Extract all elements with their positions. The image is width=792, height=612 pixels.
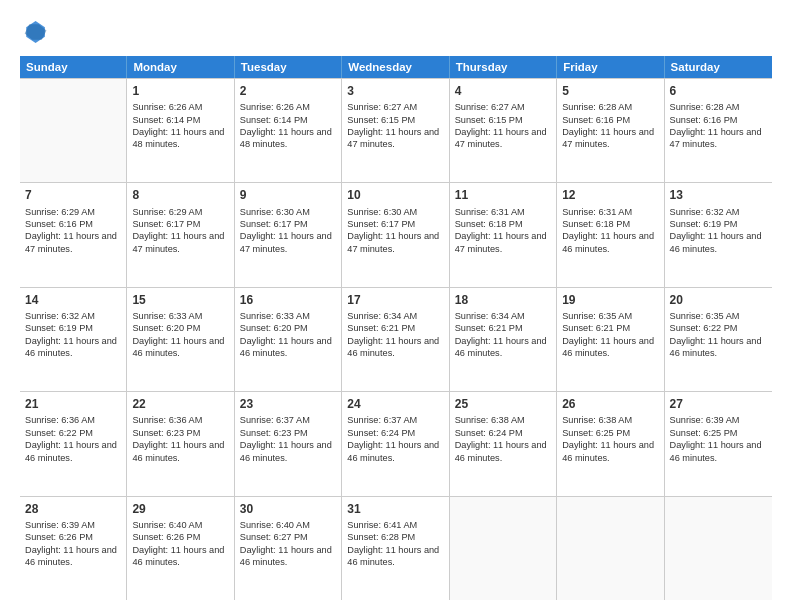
header <box>20 18 772 46</box>
daylight-text: Daylight: 11 hours and 46 minutes. <box>670 231 762 253</box>
calendar-cell <box>557 497 664 600</box>
calendar-cell: 6 Sunrise: 6:28 AM Sunset: 6:16 PM Dayli… <box>665 79 772 182</box>
daylight-text: Daylight: 11 hours and 46 minutes. <box>670 336 762 358</box>
sunset-text: Sunset: 6:23 PM <box>240 428 308 438</box>
calendar-week-row: 21 Sunrise: 6:36 AM Sunset: 6:22 PM Dayl… <box>20 392 772 496</box>
calendar-day-header: Sunday <box>20 56 127 78</box>
sunset-text: Sunset: 6:14 PM <box>240 115 308 125</box>
daylight-text: Daylight: 11 hours and 47 minutes. <box>347 231 439 253</box>
daylight-text: Daylight: 11 hours and 46 minutes. <box>562 231 654 253</box>
daylight-text: Daylight: 11 hours and 48 minutes. <box>132 127 224 149</box>
day-number: 8 <box>132 187 228 203</box>
sunrise-text: Sunrise: 6:31 AM <box>455 207 525 217</box>
page: SundayMondayTuesdayWednesdayThursdayFrid… <box>0 0 792 612</box>
calendar-cell: 30 Sunrise: 6:40 AM Sunset: 6:27 PM Dayl… <box>235 497 342 600</box>
daylight-text: Daylight: 11 hours and 46 minutes. <box>455 440 547 462</box>
daylight-text: Daylight: 11 hours and 46 minutes. <box>562 336 654 358</box>
daylight-text: Daylight: 11 hours and 46 minutes. <box>25 336 117 358</box>
sunrise-text: Sunrise: 6:36 AM <box>132 415 202 425</box>
day-number: 10 <box>347 187 443 203</box>
daylight-text: Daylight: 11 hours and 46 minutes. <box>347 545 439 567</box>
calendar-cell: 22 Sunrise: 6:36 AM Sunset: 6:23 PM Dayl… <box>127 392 234 495</box>
day-number: 22 <box>132 396 228 412</box>
calendar-cell: 28 Sunrise: 6:39 AM Sunset: 6:26 PM Dayl… <box>20 497 127 600</box>
calendar-cell: 19 Sunrise: 6:35 AM Sunset: 6:21 PM Dayl… <box>557 288 664 391</box>
sunset-text: Sunset: 6:28 PM <box>347 532 415 542</box>
day-number: 28 <box>25 501 121 517</box>
sunrise-text: Sunrise: 6:40 AM <box>132 520 202 530</box>
day-number: 13 <box>670 187 767 203</box>
day-number: 5 <box>562 83 658 99</box>
calendar-cell: 14 Sunrise: 6:32 AM Sunset: 6:19 PM Dayl… <box>20 288 127 391</box>
calendar-cell <box>20 79 127 182</box>
daylight-text: Daylight: 11 hours and 46 minutes. <box>132 440 224 462</box>
calendar-day-header: Monday <box>127 56 234 78</box>
sunrise-text: Sunrise: 6:38 AM <box>455 415 525 425</box>
sunset-text: Sunset: 6:18 PM <box>562 219 630 229</box>
sunrise-text: Sunrise: 6:31 AM <box>562 207 632 217</box>
calendar-cell: 17 Sunrise: 6:34 AM Sunset: 6:21 PM Dayl… <box>342 288 449 391</box>
daylight-text: Daylight: 11 hours and 47 minutes. <box>455 231 547 253</box>
calendar-cell: 16 Sunrise: 6:33 AM Sunset: 6:20 PM Dayl… <box>235 288 342 391</box>
sunset-text: Sunset: 6:26 PM <box>25 532 93 542</box>
calendar-cell: 20 Sunrise: 6:35 AM Sunset: 6:22 PM Dayl… <box>665 288 772 391</box>
calendar-cell: 1 Sunrise: 6:26 AM Sunset: 6:14 PM Dayli… <box>127 79 234 182</box>
calendar-cell: 25 Sunrise: 6:38 AM Sunset: 6:24 PM Dayl… <box>450 392 557 495</box>
sunset-text: Sunset: 6:17 PM <box>132 219 200 229</box>
sunset-text: Sunset: 6:19 PM <box>670 219 738 229</box>
daylight-text: Daylight: 11 hours and 47 minutes. <box>455 127 547 149</box>
sunrise-text: Sunrise: 6:30 AM <box>347 207 417 217</box>
daylight-text: Daylight: 11 hours and 47 minutes. <box>670 127 762 149</box>
calendar-header: SundayMondayTuesdayWednesdayThursdayFrid… <box>20 56 772 78</box>
calendar-day-header: Friday <box>557 56 664 78</box>
calendar-week-row: 1 Sunrise: 6:26 AM Sunset: 6:14 PM Dayli… <box>20 78 772 183</box>
sunset-text: Sunset: 6:26 PM <box>132 532 200 542</box>
calendar-day-header: Saturday <box>665 56 772 78</box>
calendar-cell: 31 Sunrise: 6:41 AM Sunset: 6:28 PM Dayl… <box>342 497 449 600</box>
sunrise-text: Sunrise: 6:36 AM <box>25 415 95 425</box>
sunrise-text: Sunrise: 6:28 AM <box>562 102 632 112</box>
day-number: 15 <box>132 292 228 308</box>
logo-icon <box>20 18 48 46</box>
calendar-cell: 10 Sunrise: 6:30 AM Sunset: 6:17 PM Dayl… <box>342 183 449 286</box>
sunrise-text: Sunrise: 6:35 AM <box>562 311 632 321</box>
calendar-week-row: 14 Sunrise: 6:32 AM Sunset: 6:19 PM Dayl… <box>20 288 772 392</box>
sunset-text: Sunset: 6:25 PM <box>562 428 630 438</box>
calendar-cell: 2 Sunrise: 6:26 AM Sunset: 6:14 PM Dayli… <box>235 79 342 182</box>
calendar-cell: 5 Sunrise: 6:28 AM Sunset: 6:16 PM Dayli… <box>557 79 664 182</box>
daylight-text: Daylight: 11 hours and 46 minutes. <box>347 336 439 358</box>
calendar-week-row: 7 Sunrise: 6:29 AM Sunset: 6:16 PM Dayli… <box>20 183 772 287</box>
sunrise-text: Sunrise: 6:26 AM <box>240 102 310 112</box>
calendar-cell: 29 Sunrise: 6:40 AM Sunset: 6:26 PM Dayl… <box>127 497 234 600</box>
daylight-text: Daylight: 11 hours and 46 minutes. <box>347 440 439 462</box>
sunset-text: Sunset: 6:22 PM <box>25 428 93 438</box>
sunset-text: Sunset: 6:15 PM <box>455 115 523 125</box>
day-number: 30 <box>240 501 336 517</box>
day-number: 1 <box>132 83 228 99</box>
sunset-text: Sunset: 6:19 PM <box>25 323 93 333</box>
day-number: 29 <box>132 501 228 517</box>
sunset-text: Sunset: 6:14 PM <box>132 115 200 125</box>
day-number: 17 <box>347 292 443 308</box>
sunrise-text: Sunrise: 6:37 AM <box>347 415 417 425</box>
day-number: 4 <box>455 83 551 99</box>
calendar-day-header: Tuesday <box>235 56 342 78</box>
calendar-cell: 3 Sunrise: 6:27 AM Sunset: 6:15 PM Dayli… <box>342 79 449 182</box>
sunrise-text: Sunrise: 6:29 AM <box>132 207 202 217</box>
sunset-text: Sunset: 6:18 PM <box>455 219 523 229</box>
calendar-body: 1 Sunrise: 6:26 AM Sunset: 6:14 PM Dayli… <box>20 78 772 600</box>
sunset-text: Sunset: 6:21 PM <box>562 323 630 333</box>
sunrise-text: Sunrise: 6:32 AM <box>670 207 740 217</box>
sunrise-text: Sunrise: 6:26 AM <box>132 102 202 112</box>
daylight-text: Daylight: 11 hours and 46 minutes. <box>670 440 762 462</box>
sunset-text: Sunset: 6:21 PM <box>347 323 415 333</box>
sunrise-text: Sunrise: 6:32 AM <box>25 311 95 321</box>
daylight-text: Daylight: 11 hours and 47 minutes. <box>347 127 439 149</box>
daylight-text: Daylight: 11 hours and 46 minutes. <box>132 336 224 358</box>
day-number: 31 <box>347 501 443 517</box>
sunset-text: Sunset: 6:24 PM <box>455 428 523 438</box>
daylight-text: Daylight: 11 hours and 46 minutes. <box>562 440 654 462</box>
daylight-text: Daylight: 11 hours and 47 minutes. <box>132 231 224 253</box>
sunset-text: Sunset: 6:21 PM <box>455 323 523 333</box>
day-number: 14 <box>25 292 121 308</box>
